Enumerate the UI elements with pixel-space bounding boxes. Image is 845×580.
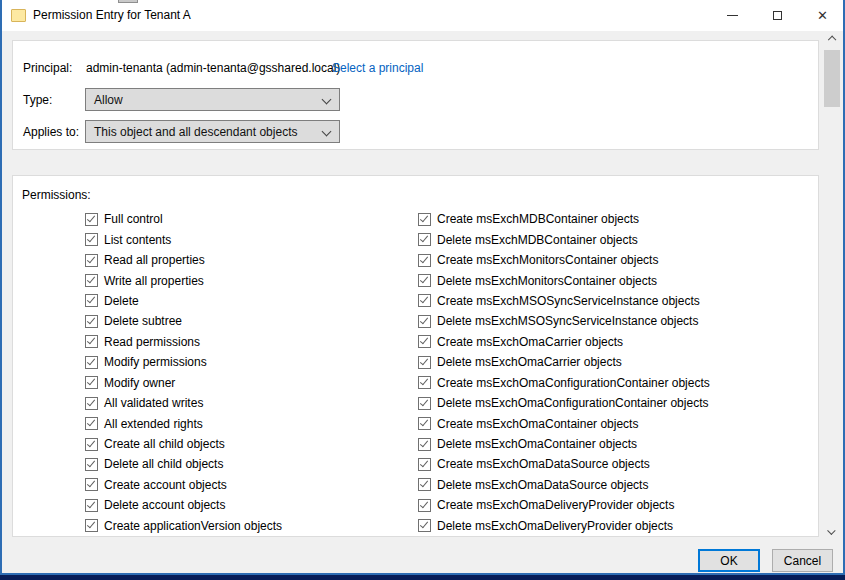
permission-checkbox[interactable] — [418, 233, 431, 246]
permission-label: Create msExchOmaDataSource objects — [437, 457, 650, 471]
permission-checkbox[interactable] — [418, 356, 431, 369]
principal-value: admin-tenanta (admin-tenanta@gsshared.lo… — [86, 61, 340, 75]
permission-label: Create msExchMonitorsContainer objects — [437, 253, 658, 267]
permission-row: Delete msExchOmaDataSource objects — [418, 475, 813, 495]
permission-row: Delete subtree — [85, 311, 405, 331]
background-window-edge — [118, 0, 138, 3]
permission-row: Delete all child objects — [85, 454, 405, 474]
permission-label: Create msExchMDBContainer objects — [437, 212, 639, 226]
scrollbar-track[interactable] — [823, 31, 841, 539]
checkmark-icon — [420, 234, 428, 243]
permission-label: Modify permissions — [104, 355, 207, 369]
permission-checkbox[interactable] — [418, 499, 431, 512]
permission-checkbox[interactable] — [418, 315, 431, 328]
permission-checkbox[interactable] — [418, 458, 431, 471]
permission-checkbox[interactable] — [85, 213, 98, 226]
permission-row: Delete msExchMonitorsContainer objects — [418, 270, 813, 290]
permission-checkbox[interactable] — [85, 233, 98, 246]
permission-checkbox[interactable] — [85, 438, 98, 451]
permission-row: Create msExchOmaDataSource objects — [418, 454, 813, 474]
chevron-down-icon — [828, 527, 836, 535]
permission-row: Delete msExchOmaCarrier objects — [418, 352, 813, 372]
permission-checkbox[interactable] — [85, 499, 98, 512]
permission-label: Delete subtree — [104, 314, 182, 328]
chevron-down-icon — [322, 127, 332, 137]
permission-checkbox[interactable] — [418, 417, 431, 430]
permission-row: List contents — [85, 229, 405, 249]
permission-checkbox[interactable] — [85, 519, 98, 532]
checkmark-icon — [420, 356, 428, 365]
permission-label: Create applicationVersion objects — [104, 519, 282, 533]
checkmark-icon — [87, 520, 95, 529]
permission-row: Create msExchMSOSyncServiceInstance obje… — [418, 291, 813, 311]
permission-checkbox[interactable] — [418, 213, 431, 226]
applies-to-dropdown[interactable]: This object and all descendant objects — [85, 120, 340, 143]
permission-label: Write all properties — [104, 274, 204, 288]
permission-label: Create msExchMSOSyncServiceInstance obje… — [437, 294, 700, 308]
scrollbar-thumb[interactable] — [824, 50, 840, 107]
permission-row: Delete account objects — [85, 495, 405, 515]
permission-checkbox[interactable] — [85, 376, 98, 389]
permission-row: Create msExchMonitorsContainer objects — [418, 250, 813, 270]
select-principal-link[interactable]: Select a principal — [332, 61, 423, 75]
permission-checkbox[interactable] — [85, 417, 98, 430]
checkmark-icon — [420, 254, 428, 263]
checkmark-icon — [87, 459, 95, 468]
permission-checkbox[interactable] — [418, 376, 431, 389]
permission-checkbox[interactable] — [85, 478, 98, 491]
permission-checkbox[interactable] — [85, 335, 98, 348]
type-dropdown[interactable]: Allow — [85, 88, 340, 111]
checkmark-icon — [87, 275, 95, 284]
applies-to-label: Applies to: — [23, 125, 79, 139]
permission-label: Modify owner — [104, 376, 175, 390]
scrollbar-down-button[interactable] — [823, 522, 841, 539]
permission-checkbox[interactable] — [418, 274, 431, 287]
permission-checkbox[interactable] — [418, 438, 431, 451]
folder-icon — [11, 9, 26, 22]
permission-row: Delete msExchOmaConfigurationContainer o… — [418, 393, 813, 413]
permission-checkbox[interactable] — [85, 254, 98, 267]
permission-row: Create msExchMDBContainer objects — [418, 209, 813, 229]
permission-label: Delete msExchOmaCarrier objects — [437, 355, 622, 369]
checkmark-icon — [87, 254, 95, 263]
ok-button[interactable]: OK — [698, 549, 760, 572]
permission-checkbox[interactable] — [418, 397, 431, 410]
checkmark-icon — [87, 397, 95, 406]
title-bar[interactable]: Permission Entry for Tenant A ✕ — [0, 0, 845, 31]
permission-label: Delete msExchOmaContainer objects — [437, 437, 637, 451]
permission-label: All extended rights — [104, 417, 203, 431]
permission-checkbox[interactable] — [418, 294, 431, 307]
permission-label: Delete all child objects — [104, 457, 223, 471]
minimize-button[interactable] — [710, 0, 755, 31]
checkmark-icon — [420, 397, 428, 406]
permission-checkbox[interactable] — [85, 274, 98, 287]
permission-checkbox[interactable] — [85, 458, 98, 471]
permission-label: Read all properties — [104, 253, 205, 267]
permission-label: Create account objects — [104, 478, 227, 492]
minimize-icon — [727, 15, 738, 16]
scrollbar-up-button[interactable] — [823, 31, 841, 48]
permission-checkbox[interactable] — [418, 478, 431, 491]
permission-checkbox[interactable] — [418, 519, 431, 532]
permission-checkbox[interactable] — [85, 294, 98, 307]
checkmark-icon — [87, 499, 95, 508]
permission-row: Create msExchOmaCarrier objects — [418, 332, 813, 352]
principal-label: Principal: — [23, 61, 72, 75]
permission-checkbox[interactable] — [85, 315, 98, 328]
close-button[interactable]: ✕ — [800, 0, 845, 31]
permission-row: Read all properties — [85, 250, 405, 270]
checkmark-icon — [87, 213, 95, 222]
permission-row: Delete msExchOmaDeliveryProvider objects — [418, 516, 813, 536]
permission-checkbox[interactable] — [418, 254, 431, 267]
permission-checkbox[interactable] — [418, 335, 431, 348]
permission-checkbox[interactable] — [85, 356, 98, 369]
permission-checkbox[interactable] — [85, 397, 98, 410]
permission-row: All extended rights — [85, 413, 405, 433]
checkmark-icon — [420, 275, 428, 284]
checkmark-icon — [420, 316, 428, 325]
window-border-bottom — [0, 573, 845, 575]
checkmark-icon — [87, 295, 95, 304]
cancel-button[interactable]: Cancel — [772, 549, 833, 572]
permission-label: Delete msExchMDBContainer objects — [437, 233, 638, 247]
maximize-button[interactable] — [755, 0, 800, 31]
